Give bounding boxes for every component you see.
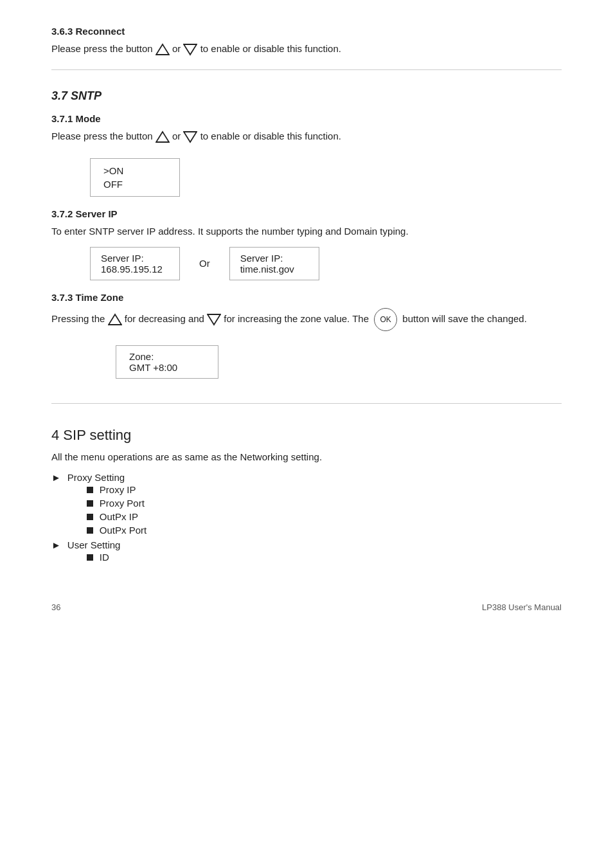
section-4: 4 SIP setting All the menu operations ar… bbox=[51, 427, 562, 565]
proxy-sub-list: Proxy IP Proxy Port OutPx IP OutPx Port bbox=[87, 483, 147, 537]
heading-373: 3.7.3 Time Zone bbox=[51, 292, 562, 303]
server-ip-value-2: time.nist.gov bbox=[240, 264, 308, 275]
chapter-4-title: 4 SIP setting bbox=[51, 427, 562, 444]
proxy-setting-item: ► Proxy Setting Proxy IP Proxy Port OutP… bbox=[51, 472, 562, 537]
heading-37: 3.7 SNTP bbox=[51, 89, 562, 103]
section-373: 3.7.3 Time Zone Pressing the for decreas… bbox=[51, 292, 562, 390]
divider-2 bbox=[51, 403, 562, 404]
proxy-arrow-icon: ► bbox=[51, 472, 61, 483]
mode-off: OFF bbox=[103, 177, 166, 191]
user-arrow-icon: ► bbox=[51, 539, 61, 550]
server-ip-value-1: 168.95.195.12 bbox=[101, 264, 169, 275]
para-4-intro: All the menu operations are as same as t… bbox=[51, 450, 562, 465]
svg-marker-1 bbox=[184, 44, 197, 55]
svg-marker-5 bbox=[208, 314, 220, 325]
heading-372: 3.7.2 Server IP bbox=[51, 208, 562, 219]
section-371: 3.7.1 Mode Please press the button or to… bbox=[51, 113, 562, 208]
list-item: Proxy Port bbox=[87, 496, 147, 510]
bullet-icon bbox=[87, 487, 93, 493]
heading-363: 3.6.3 Reconnect bbox=[51, 26, 562, 37]
para-373: Pressing the for decreasing and for incr… bbox=[51, 308, 562, 331]
section-372: 3.7.2 Server IP To enter SNTP server IP … bbox=[51, 208, 562, 280]
server-ip-boxes: Server IP: 168.95.195.12 Or Server IP: t… bbox=[90, 247, 562, 280]
zone-label: Zone: bbox=[129, 351, 205, 362]
down-arrow-tz-icon bbox=[207, 312, 221, 327]
page-footer: 36 LP388 User's Manual bbox=[51, 602, 562, 612]
ok-button-icon: OK bbox=[374, 308, 397, 331]
mode-on: >ON bbox=[103, 164, 166, 177]
bullet-icon bbox=[87, 500, 93, 507]
list-item: ID bbox=[87, 550, 121, 564]
server-box-1: Server IP: 168.95.195.12 bbox=[90, 247, 180, 280]
server-ip-label-1: Server IP: bbox=[101, 253, 169, 264]
svg-marker-4 bbox=[109, 314, 121, 325]
para-363: Please press the button or to enable or … bbox=[51, 42, 562, 57]
page-number: 36 bbox=[51, 602, 60, 612]
user-setting-item: ► User Setting ID bbox=[51, 539, 562, 564]
svg-marker-3 bbox=[184, 132, 197, 142]
zone-value: GMT +8:00 bbox=[129, 362, 205, 373]
bullet-icon bbox=[87, 554, 93, 561]
section-363: 3.6.3 Reconnect Please press the button … bbox=[51, 26, 562, 57]
para-372: To enter SNTP server IP address. It supp… bbox=[51, 224, 562, 239]
bullet-icon bbox=[87, 514, 93, 520]
zone-box: Zone: GMT +8:00 bbox=[116, 345, 218, 379]
svg-marker-0 bbox=[156, 44, 169, 55]
heading-371: 3.7.1 Mode bbox=[51, 113, 562, 124]
divider-1 bbox=[51, 69, 562, 70]
up-arrow-icon bbox=[155, 42, 170, 57]
down-arrow-icon bbox=[183, 42, 197, 57]
list-item: Proxy IP bbox=[87, 483, 147, 496]
server-box-2: Server IP: time.nist.gov bbox=[229, 247, 319, 280]
bullet-icon bbox=[87, 527, 93, 534]
or-label: Or bbox=[199, 258, 210, 269]
mode-menu-box: >ON OFF bbox=[90, 158, 180, 197]
section-37: 3.7 SNTP 3.7.1 Mode Please press the but… bbox=[51, 89, 562, 390]
up-arrow-tz-icon bbox=[108, 312, 122, 327]
svg-marker-2 bbox=[156, 132, 169, 142]
up-arrow-mode-icon bbox=[155, 130, 170, 144]
proxy-setting-label: Proxy Setting bbox=[67, 472, 125, 483]
down-arrow-mode-icon bbox=[183, 130, 197, 144]
list-item: OutPx IP bbox=[87, 510, 147, 523]
manual-title: LP388 User's Manual bbox=[482, 602, 562, 612]
server-ip-label-2: Server IP: bbox=[240, 253, 308, 264]
list-item: OutPx Port bbox=[87, 523, 147, 537]
user-sub-list: ID bbox=[87, 550, 121, 564]
user-setting-label: User Setting bbox=[67, 539, 121, 550]
para-371: Please press the button or to enable or … bbox=[51, 129, 562, 144]
